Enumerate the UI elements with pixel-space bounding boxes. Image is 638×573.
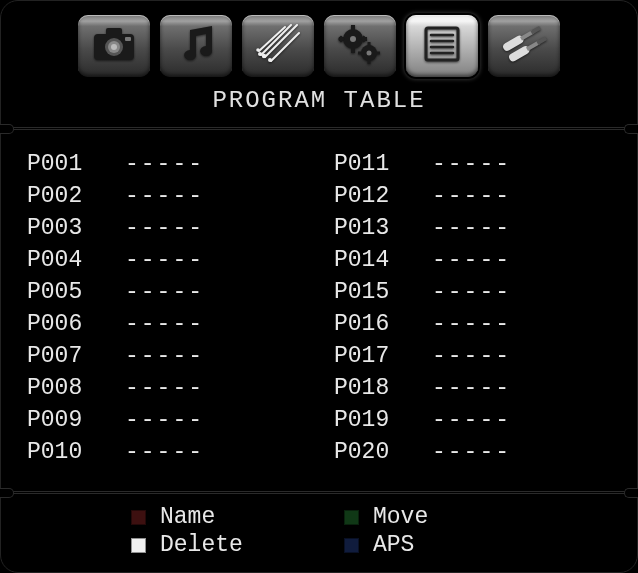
program-row[interactable]: P009----- — [27, 404, 304, 436]
red-swatch-icon — [131, 510, 146, 525]
program-row[interactable]: P001----- — [27, 148, 304, 180]
install-tab[interactable] — [324, 15, 396, 77]
sound-tab[interactable] — [160, 15, 232, 77]
program-name: ----- — [125, 404, 204, 436]
svg-rect-27 — [358, 51, 363, 54]
svg-rect-1 — [106, 28, 122, 36]
legend-aps[interactable]: APS — [344, 532, 557, 558]
legend-name[interactable]: Name — [131, 504, 344, 530]
legend-label: Delete — [160, 532, 243, 558]
legend-move[interactable]: Move — [344, 504, 557, 530]
program-name: ----- — [432, 436, 511, 468]
program-row[interactable]: P020----- — [334, 436, 611, 468]
legend-label: APS — [373, 532, 414, 558]
program-id: P011 — [334, 148, 404, 180]
source-tab[interactable] — [488, 15, 560, 77]
program-row[interactable]: P016----- — [334, 308, 611, 340]
svg-rect-16 — [351, 47, 355, 53]
list-icon — [422, 24, 462, 69]
program-row[interactable]: P013----- — [334, 212, 611, 244]
program-id: P014 — [334, 244, 404, 276]
program-name: ----- — [125, 180, 204, 212]
program-row[interactable]: P018----- — [334, 372, 611, 404]
program-id: P017 — [334, 340, 404, 372]
program-name: ----- — [432, 404, 511, 436]
program-row[interactable]: P014----- — [334, 244, 611, 276]
program-id: P012 — [334, 180, 404, 212]
green-swatch-icon — [344, 510, 359, 525]
svg-line-9 — [259, 27, 285, 51]
program-row[interactable]: P006----- — [27, 308, 304, 340]
legend-label: Move — [373, 504, 428, 530]
program-id: P005 — [27, 276, 97, 308]
program-id: P019 — [334, 404, 404, 436]
svg-rect-26 — [368, 59, 371, 64]
cables-icon — [498, 24, 550, 69]
program-row[interactable]: P003----- — [27, 212, 304, 244]
program-name: ----- — [432, 212, 511, 244]
osd-screen: PROGRAM TABLE P001----- P002----- P003--… — [0, 0, 638, 573]
program-name: ----- — [125, 436, 204, 468]
program-row[interactable]: P008----- — [27, 372, 304, 404]
program-column-left: P001----- P002----- P003----- P004----- … — [27, 148, 304, 468]
legend-delete[interactable]: Delete — [131, 532, 344, 558]
svg-point-13 — [256, 48, 260, 52]
program-tab[interactable] — [406, 15, 478, 77]
program-id: P006 — [27, 308, 97, 340]
blue-swatch-icon — [344, 538, 359, 553]
program-row[interactable]: P012----- — [334, 180, 611, 212]
program-id: P007 — [27, 340, 97, 372]
program-id: P013 — [334, 212, 404, 244]
svg-point-10 — [262, 53, 266, 57]
program-row[interactable]: P007----- — [27, 340, 304, 372]
program-row[interactable]: P002----- — [27, 180, 304, 212]
svg-line-7 — [261, 25, 291, 55]
program-table: P001----- P002----- P003----- P004----- … — [1, 134, 637, 478]
program-row[interactable]: P010----- — [27, 436, 304, 468]
program-id: P003 — [27, 212, 97, 244]
svg-point-12 — [268, 58, 272, 62]
program-name: ----- — [432, 308, 511, 340]
legend-label: Name — [160, 504, 215, 530]
svg-point-4 — [111, 44, 117, 50]
program-name: ----- — [125, 340, 204, 372]
svg-rect-5 — [125, 37, 131, 41]
program-row[interactable]: P005----- — [27, 276, 304, 308]
camera-icon — [92, 26, 136, 67]
program-id: P010 — [27, 436, 97, 468]
svg-rect-15 — [351, 25, 355, 31]
program-row[interactable]: P004----- — [27, 244, 304, 276]
program-id: P020 — [334, 436, 404, 468]
section-divider-bottom — [1, 488, 637, 498]
program-id: P009 — [27, 404, 97, 436]
svg-point-29 — [367, 50, 372, 55]
program-row[interactable]: P017----- — [334, 340, 611, 372]
program-name: ----- — [125, 244, 204, 276]
program-id: P008 — [27, 372, 97, 404]
program-id: P016 — [334, 308, 404, 340]
menu-tab-bar — [1, 1, 637, 77]
feature-tab[interactable] — [242, 15, 314, 77]
svg-rect-30 — [426, 28, 458, 60]
program-name: ----- — [125, 372, 204, 404]
gears-icon — [337, 23, 383, 70]
program-row[interactable]: P015----- — [334, 276, 611, 308]
program-name: ----- — [432, 340, 511, 372]
program-name: ----- — [432, 180, 511, 212]
program-id: P015 — [334, 276, 404, 308]
program-row[interactable]: P011----- — [334, 148, 611, 180]
picture-tab[interactable] — [78, 15, 150, 77]
program-row[interactable]: P019----- — [334, 404, 611, 436]
program-name: ----- — [125, 212, 204, 244]
program-id: P001 — [27, 148, 97, 180]
program-id: P004 — [27, 244, 97, 276]
program-name: ----- — [125, 276, 204, 308]
color-key-legend: Name Move Delete APS — [1, 498, 637, 572]
program-id: P002 — [27, 180, 97, 212]
svg-rect-25 — [368, 42, 371, 47]
program-name: ----- — [432, 148, 511, 180]
page-title: PROGRAM TABLE — [1, 87, 637, 114]
program-id: P018 — [334, 372, 404, 404]
program-name: ----- — [432, 244, 511, 276]
svg-rect-37 — [530, 26, 541, 34]
